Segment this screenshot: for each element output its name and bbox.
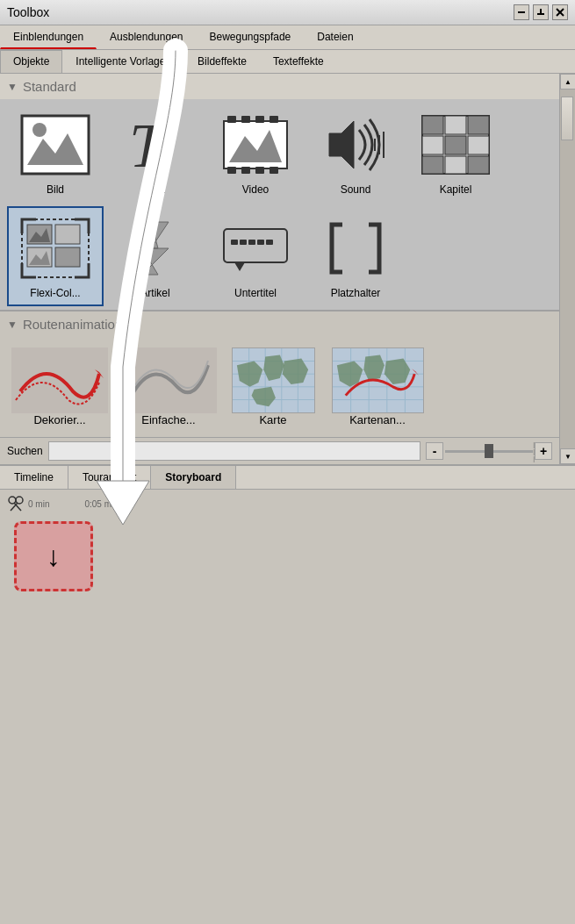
karte-icon	[232, 347, 315, 413]
text-label: Text	[146, 183, 165, 196]
route-kartenan[interactable]: Kartenan...	[325, 340, 430, 433]
drop-target[interactable]: ↓	[14, 521, 93, 591]
svg-marker-71	[363, 355, 385, 381]
icon-bild[interactable]: Bild	[7, 103, 104, 203]
standard-icon-grid: Bild T Text	[0, 99, 559, 310]
svg-rect-16	[241, 167, 250, 174]
untertitel-icon	[220, 213, 291, 283]
svg-rect-46	[257, 240, 264, 245]
platzhalter-label: Platzhalter	[331, 287, 381, 299]
svg-rect-25	[422, 116, 443, 134]
route-dekoriert[interactable]: Dekorier...	[7, 340, 112, 433]
svg-rect-0	[518, 11, 525, 13]
svg-marker-41	[142, 222, 169, 275]
tab-objekte[interactable]: Objekte	[0, 50, 62, 73]
zoom-minus-button[interactable]: -	[426, 442, 443, 460]
bild-icon	[20, 110, 90, 180]
toolbox-window: Toolbox Einblendungen Ausblendungen Bewe…	[0, 0, 575, 924]
video-label: Video	[242, 183, 269, 196]
search-input[interactable]	[48, 441, 420, 461]
timeline-area: 0 min 0:05 min ↓	[0, 490, 575, 924]
icon-platzhalter[interactable]: Platzhalter	[307, 206, 404, 306]
svg-marker-58	[236, 361, 262, 386]
icon-text[interactable]: T Text	[107, 103, 204, 203]
svg-rect-17	[255, 167, 264, 174]
kartenan-icon	[332, 347, 424, 413]
close-button[interactable]	[552, 4, 568, 20]
tab-bewegungspfade[interactable]: Bewegungspfade	[197, 25, 305, 49]
title-controls	[514, 4, 568, 20]
icon-untertitel[interactable]: Untertitel	[207, 206, 304, 306]
drop-area: ↓	[7, 514, 100, 598]
scroll-up-button[interactable]: ▲	[560, 74, 575, 90]
einfache-icon	[120, 347, 217, 413]
scissors-icon	[7, 495, 25, 512]
route-einfache[interactable]: Einfache...	[116, 340, 221, 433]
svg-rect-40	[55, 247, 80, 267]
platzhalter-icon	[320, 213, 391, 283]
tab-texteffekte[interactable]: Texteffekte	[260, 50, 337, 73]
svg-marker-59	[263, 355, 284, 381]
tab-intelligente-vorlagen[interactable]: Intelligente Vorlagen	[62, 50, 184, 73]
tab-bildeffekte[interactable]: Bildeffekte	[184, 50, 260, 73]
svg-rect-27	[468, 116, 489, 134]
icon-kapitel[interactable]: Kapitel	[407, 103, 504, 203]
bild-label: Bild	[47, 183, 64, 196]
flexi-label: Flexi-Col...	[30, 287, 80, 299]
svg-marker-48	[234, 262, 245, 271]
icon-video[interactable]: Video	[207, 103, 304, 203]
artikel-label: Artikel	[140, 287, 169, 299]
zoom-controls: - | | | +	[426, 442, 552, 460]
svg-rect-32	[445, 156, 466, 174]
ruler-five: 0:05 min	[84, 499, 118, 509]
flexi-icon	[20, 213, 90, 283]
route-icon-grid: Dekorier... Einfache...	[0, 337, 559, 437]
zoom-plus-button[interactable]: +	[535, 442, 552, 460]
tab-dateien[interactable]: Dateien	[304, 25, 366, 49]
tab-touransicht[interactable]: Touransicht	[68, 466, 151, 489]
timeline-ruler: 0 min 0:05 min	[7, 493, 568, 514]
svg-rect-5	[22, 116, 89, 174]
ruler-mark-5: 0:05 min	[84, 499, 118, 509]
scroll-thumb[interactable]	[561, 97, 573, 140]
video-icon	[220, 110, 291, 180]
minimize-button[interactable]	[514, 4, 529, 20]
pin-button[interactable]	[533, 4, 549, 20]
svg-rect-28	[422, 136, 443, 154]
drop-arrow-icon: ↓	[47, 541, 61, 573]
icon-artikel[interactable]: Artikel	[107, 206, 204, 306]
svg-rect-43	[231, 240, 238, 245]
search-label: Suchen	[7, 445, 43, 457]
tab-ausblendungen[interactable]: Ausblendungen	[97, 25, 196, 49]
route-section-header: ▼ Routenanimationen	[0, 312, 559, 337]
svg-text:T: T	[129, 114, 169, 175]
svg-rect-14	[270, 116, 278, 123]
content-area: ▼ Standard Bild	[0, 74, 575, 464]
svg-point-7	[32, 123, 47, 137]
sound-label: Sound	[341, 183, 371, 196]
search-bar: Suchen - | | | +	[0, 437, 559, 464]
svg-marker-61	[251, 387, 275, 407]
svg-rect-12	[241, 116, 250, 123]
tab-storyboard[interactable]: Storyboard	[151, 466, 236, 489]
route-karte[interactable]: Karte	[225, 340, 321, 433]
svg-marker-72	[384, 358, 409, 383]
svg-rect-44	[240, 240, 247, 245]
zoom-thumb[interactable]	[485, 444, 493, 458]
icon-grid-area: ▼ Standard Bild	[0, 74, 559, 464]
icon-sound[interactable]: Sound	[307, 103, 404, 203]
tab-timeline[interactable]: Timeline	[0, 466, 68, 489]
tab-einblendungen[interactable]: Einblendungen	[0, 25, 97, 49]
zoom-slider-area: | | |	[445, 443, 533, 459]
section-arrow: ▼	[7, 81, 18, 93]
untertitel-label: Untertitel	[234, 287, 277, 299]
bottom-tabs: Timeline Touransicht Storyboard	[0, 464, 575, 490]
text-icon: T	[120, 110, 190, 180]
svg-rect-39	[55, 225, 80, 244]
standard-section-header: ▼ Standard	[0, 74, 559, 99]
svg-rect-15	[227, 167, 236, 174]
scroll-down-button[interactable]: ▼	[560, 448, 575, 464]
svg-rect-29	[445, 136, 466, 154]
ruler-mark-0: 0 min	[28, 499, 49, 509]
icon-flexi[interactable]: Flexi-Col...	[7, 206, 104, 306]
